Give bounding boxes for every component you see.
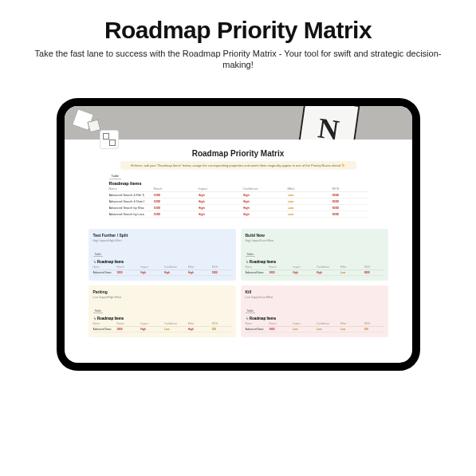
col-reach[interactable]: Reach bbox=[154, 187, 189, 191]
col-reach[interactable]: Reach bbox=[269, 322, 288, 325]
cell-reach[interactable]: 1000 bbox=[154, 207, 189, 210]
col-impact[interactable]: Impact bbox=[140, 322, 159, 325]
cell-effort[interactable]: Low bbox=[288, 207, 323, 210]
col-reach[interactable]: Reach bbox=[269, 266, 288, 269]
cell-name[interactable]: Advanced Search by Location bbox=[246, 328, 265, 331]
cell-rice[interactable]: 8000 bbox=[332, 194, 368, 197]
cell-reach[interactable]: 1000 bbox=[154, 194, 189, 197]
cell-name[interactable]: Advanced Search & Date Range bbox=[246, 271, 265, 274]
view-tab-table[interactable]: Table bbox=[246, 309, 255, 313]
table-row[interactable]: Advanced Search by Location 1000 High Hi… bbox=[109, 211, 368, 218]
col-effort[interactable]: Effort bbox=[288, 187, 323, 191]
col-name[interactable]: Name bbox=[93, 266, 112, 269]
database-title[interactable]: Roadmap Items bbox=[89, 181, 388, 186]
cell-name[interactable]: Advanced Search by Shared bbox=[93, 328, 112, 331]
col-rice[interactable]: RICE bbox=[364, 322, 384, 325]
cell-impact[interactable]: Low bbox=[293, 328, 312, 331]
col-impact[interactable]: Impact bbox=[293, 266, 312, 269]
cell-name[interactable]: Advanced Search by Location bbox=[109, 213, 144, 216]
cell-impact[interactable]: High bbox=[199, 194, 234, 197]
view-tab-table[interactable]: Table bbox=[93, 309, 103, 313]
col-confidence[interactable]: Confidence bbox=[164, 322, 183, 325]
hero: Roadmap Priority Matrix Take the fast la… bbox=[0, 0, 476, 79]
cell-impact[interactable]: High bbox=[199, 207, 234, 210]
col-effort[interactable]: Effort bbox=[340, 266, 360, 269]
cell-reach[interactable]: 1000 bbox=[154, 213, 189, 216]
cell-confidence[interactable]: High bbox=[317, 271, 336, 274]
view-tab-table[interactable]: Table bbox=[93, 253, 103, 257]
cell-effort[interactable]: High bbox=[188, 328, 207, 331]
col-effort[interactable]: Effort bbox=[188, 266, 207, 269]
view-tab-table[interactable]: Table bbox=[246, 253, 255, 257]
table-row[interactable]: Advanced Search & Date Range 1000 High H… bbox=[109, 199, 368, 205]
cell-name[interactable]: Advanced Search & File Types bbox=[109, 194, 144, 197]
cell-effort[interactable]: Low bbox=[288, 194, 323, 197]
col-reach[interactable]: Reach bbox=[116, 266, 136, 269]
database-title[interactable]: Roadmap Items bbox=[93, 260, 231, 264]
database-title[interactable]: Roadmap Items bbox=[93, 317, 231, 321]
cell-impact[interactable]: High bbox=[140, 271, 159, 274]
table-row[interactable]: Advanced Search & Date Range 1000 High H… bbox=[246, 270, 384, 276]
cell-impact[interactable]: High bbox=[199, 213, 234, 216]
cell-impact[interactable]: High bbox=[199, 200, 234, 203]
cell-confidence[interactable]: High bbox=[243, 213, 278, 216]
col-rice[interactable]: RICE bbox=[212, 266, 231, 269]
cell-rice[interactable]: 8000 bbox=[332, 207, 368, 210]
cell-rice[interactable]: 8000 bbox=[332, 200, 368, 203]
quadrant-title: Test Further / Split bbox=[93, 233, 231, 238]
col-name[interactable]: Name bbox=[246, 322, 265, 325]
col-confidence[interactable]: Confidence bbox=[317, 266, 336, 269]
cell-rice[interactable]: 8000 bbox=[364, 271, 384, 274]
cell-reach[interactable]: 1000 bbox=[116, 328, 136, 331]
cell-effort[interactable]: Low bbox=[288, 200, 323, 203]
cell-rice[interactable]: 200 bbox=[212, 328, 231, 331]
cell-effort[interactable]: High bbox=[188, 271, 207, 274]
view-tab-table[interactable]: Table bbox=[109, 173, 122, 179]
cell-effort[interactable]: Low bbox=[340, 328, 360, 331]
page-icon[interactable] bbox=[100, 130, 119, 149]
cell-confidence[interactable]: Low bbox=[164, 328, 183, 331]
cell-rice[interactable]: 1000 bbox=[212, 271, 231, 274]
cell-reach[interactable]: 1000 bbox=[269, 328, 288, 331]
cell-confidence[interactable]: High bbox=[243, 207, 278, 210]
database-title[interactable]: Roadmap Items bbox=[246, 317, 384, 321]
table-row[interactable]: Advanced Search by Location 1000 Low Low… bbox=[246, 327, 384, 332]
cell-impact[interactable]: High bbox=[293, 271, 312, 274]
col-name[interactable]: Name bbox=[109, 187, 144, 191]
table-row[interactable]: Advanced Search & File Types 1000 High H… bbox=[93, 270, 231, 276]
cell-name[interactable]: Advanced Search & File Types bbox=[93, 271, 112, 274]
cell-effort[interactable]: Low bbox=[340, 271, 360, 274]
cell-name[interactable]: Advanced Search & Date Range bbox=[109, 200, 144, 203]
cell-name[interactable]: Advanced Search by Shared bbox=[109, 207, 144, 210]
col-confidence[interactable]: Confidence bbox=[164, 266, 183, 269]
database-title[interactable]: Roadmap Items bbox=[246, 260, 384, 264]
cell-rice[interactable]: 8000 bbox=[332, 213, 368, 216]
cell-reach[interactable]: 1000 bbox=[269, 271, 288, 274]
cell-confidence[interactable]: High bbox=[243, 194, 278, 197]
cell-confidence[interactable]: High bbox=[243, 200, 278, 203]
col-effort[interactable]: Effort bbox=[340, 322, 360, 325]
cell-rice[interactable]: 200 bbox=[364, 328, 384, 331]
page-title[interactable]: Roadmap Priority Matrix bbox=[89, 149, 388, 158]
cell-impact[interactable]: High bbox=[140, 328, 159, 331]
col-name[interactable]: Name bbox=[93, 322, 112, 325]
cell-confidence[interactable]: High bbox=[164, 271, 183, 274]
table-row[interactable]: Advanced Search & File Types 1000 High H… bbox=[109, 192, 368, 199]
table-row[interactable]: Advanced Search by Shared 1000 High High… bbox=[109, 205, 368, 211]
col-rice[interactable]: RICE bbox=[332, 187, 368, 191]
col-rice[interactable]: RICE bbox=[212, 322, 231, 325]
table-row[interactable]: Advanced Search by Shared 1000 High Low … bbox=[93, 327, 231, 332]
cell-reach[interactable]: 1000 bbox=[154, 200, 189, 203]
cell-reach[interactable]: 1000 bbox=[116, 271, 136, 274]
col-impact[interactable]: Impact bbox=[140, 266, 159, 269]
col-confidence[interactable]: Confidence bbox=[317, 322, 336, 325]
col-reach[interactable]: Reach bbox=[116, 322, 136, 325]
col-effort[interactable]: Effort bbox=[188, 322, 207, 325]
cell-effort[interactable]: Low bbox=[288, 213, 323, 216]
col-impact[interactable]: Impact bbox=[293, 322, 312, 325]
col-name[interactable]: Name bbox=[246, 266, 265, 269]
cell-confidence[interactable]: Low bbox=[317, 328, 336, 331]
col-rice[interactable]: RICE bbox=[364, 266, 384, 269]
col-confidence[interactable]: Confidence bbox=[243, 187, 278, 191]
col-impact[interactable]: Impact bbox=[199, 187, 234, 191]
